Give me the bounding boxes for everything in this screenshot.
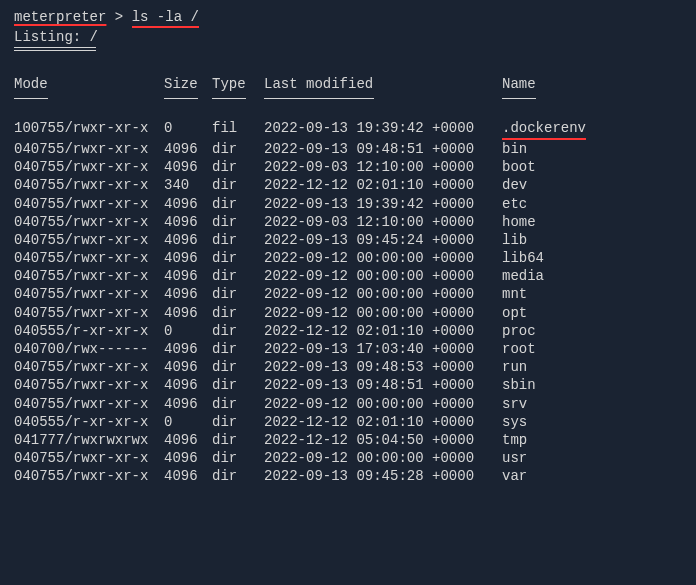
header-type: Type (212, 75, 264, 93)
cell-name: srv (502, 395, 527, 413)
cell-mode: 100755/rwxr-xr-x (14, 119, 164, 137)
cell-name: sbin (502, 376, 536, 394)
table-row: 040755/rwxr-xr-x4096dir2022-09-13 19:39:… (14, 195, 682, 213)
cell-modified: 2022-12-12 02:01:10 +0000 (264, 322, 502, 340)
cell-size: 4096 (164, 158, 212, 176)
cell-modified: 2022-09-13 19:39:42 +0000 (264, 119, 502, 137)
table-row: 040555/r-xr-xr-x0dir2022-12-12 02:01:10 … (14, 413, 682, 431)
table-row: 040755/rwxr-xr-x4096dir2022-09-03 12:10:… (14, 213, 682, 231)
table-row: 040755/rwxr-xr-x4096dir2022-09-13 09:48:… (14, 140, 682, 158)
cell-modified: 2022-09-12 00:00:00 +0000 (264, 267, 502, 285)
cell-modified: 2022-09-13 09:45:24 +0000 (264, 231, 502, 249)
cell-type: dir (212, 195, 264, 213)
cell-name: mnt (502, 285, 527, 303)
header-underlines (14, 95, 682, 113)
cell-name: media (502, 267, 544, 285)
cell-modified: 2022-09-13 09:48:51 +0000 (264, 376, 502, 394)
cell-type: dir (212, 413, 264, 431)
cell-modified: 2022-09-12 00:00:00 +0000 (264, 285, 502, 303)
table-row: 040700/rwx------4096dir2022-09-13 17:03:… (14, 340, 682, 358)
cell-name: root (502, 340, 536, 358)
cell-type: dir (212, 158, 264, 176)
cell-type: dir (212, 322, 264, 340)
listing-underline (14, 47, 96, 51)
table-row: 040755/rwxr-xr-x4096dir2022-09-12 00:00:… (14, 249, 682, 267)
cell-mode: 040755/rwxr-xr-x (14, 249, 164, 267)
table-row: 040755/rwxr-xr-x4096dir2022-09-12 00:00:… (14, 449, 682, 467)
prompt-line: meterpreter > ls -la / (14, 8, 682, 26)
cell-modified: 2022-09-03 12:10:00 +0000 (264, 158, 502, 176)
cell-mode: 040755/rwxr-xr-x (14, 449, 164, 467)
table-row: 040755/rwxr-xr-x4096dir2022-09-12 00:00:… (14, 395, 682, 413)
cell-modified: 2022-09-13 09:48:53 +0000 (264, 358, 502, 376)
header-mode: Mode (14, 75, 164, 93)
cell-name: var (502, 467, 527, 485)
cell-type: dir (212, 431, 264, 449)
cell-mode: 040755/rwxr-xr-x (14, 467, 164, 485)
cell-type: dir (212, 395, 264, 413)
cell-type: dir (212, 449, 264, 467)
table-row: 100755/rwxr-xr-x0fil2022-09-13 19:39:42 … (14, 119, 682, 140)
table-row: 040755/rwxr-xr-x4096dir2022-09-12 00:00:… (14, 285, 682, 303)
cell-modified: 2022-09-03 12:10:00 +0000 (264, 213, 502, 231)
cell-name: etc (502, 195, 527, 213)
cell-size: 4096 (164, 249, 212, 267)
cell-type: dir (212, 140, 264, 158)
cell-mode: 040755/rwxr-xr-x (14, 231, 164, 249)
cell-modified: 2022-09-12 00:00:00 +0000 (264, 449, 502, 467)
cell-name: lib64 (502, 249, 544, 267)
table-row: 040755/rwxr-xr-x4096dir2022-09-03 12:10:… (14, 158, 682, 176)
file-listing: 100755/rwxr-xr-x0fil2022-09-13 19:39:42 … (14, 119, 682, 486)
header-modified: Last modified (264, 75, 502, 93)
cell-mode: 040755/rwxr-xr-x (14, 176, 164, 194)
cell-name: dev (502, 176, 527, 194)
cell-mode: 041777/rwxrwxrwx (14, 431, 164, 449)
cell-type: dir (212, 304, 264, 322)
cell-modified: 2022-09-12 00:00:00 +0000 (264, 249, 502, 267)
cell-size: 4096 (164, 213, 212, 231)
column-headers: ModeSizeTypeLast modifiedName (14, 75, 682, 93)
cell-type: dir (212, 267, 264, 285)
cell-size: 4096 (164, 140, 212, 158)
prompt-separator: > (106, 9, 131, 25)
cell-name: home (502, 213, 536, 231)
cell-mode: 040755/rwxr-xr-x (14, 304, 164, 322)
cell-mode: 040755/rwxr-xr-x (14, 376, 164, 394)
cell-modified: 2022-09-13 09:45:28 +0000 (264, 467, 502, 485)
table-row: 040755/rwxr-xr-x4096dir2022-09-13 09:48:… (14, 376, 682, 394)
cell-name: lib (502, 231, 527, 249)
cell-mode: 040700/rwx------ (14, 340, 164, 358)
cell-type: dir (212, 467, 264, 485)
cell-mode: 040555/r-xr-xr-x (14, 322, 164, 340)
cell-size: 0 (164, 322, 212, 340)
table-row: 040755/rwxr-xr-x4096dir2022-09-12 00:00:… (14, 267, 682, 285)
cell-type: fil (212, 119, 264, 137)
cell-size: 4096 (164, 304, 212, 322)
cell-size: 0 (164, 413, 212, 431)
cell-type: dir (212, 285, 264, 303)
cell-modified: 2022-09-13 17:03:40 +0000 (264, 340, 502, 358)
cell-name: bin (502, 140, 527, 158)
cell-mode: 040755/rwxr-xr-x (14, 267, 164, 285)
cell-name: tmp (502, 431, 527, 449)
table-row: 040755/rwxr-xr-x4096dir2022-09-13 09:45:… (14, 231, 682, 249)
cell-size: 4096 (164, 231, 212, 249)
cell-size: 4096 (164, 267, 212, 285)
header-size: Size (164, 75, 212, 93)
cell-size: 4096 (164, 285, 212, 303)
cell-size: 4096 (164, 376, 212, 394)
cell-modified: 2022-09-13 09:48:51 +0000 (264, 140, 502, 158)
prompt-label: meterpreter (14, 9, 106, 25)
cell-type: dir (212, 358, 264, 376)
cell-name: proc (502, 322, 536, 340)
cell-type: dir (212, 340, 264, 358)
cell-size: 4096 (164, 358, 212, 376)
cell-type: dir (212, 231, 264, 249)
cell-mode: 040755/rwxr-xr-x (14, 158, 164, 176)
cell-size: 4096 (164, 431, 212, 449)
cell-size: 4096 (164, 467, 212, 485)
listing-title: Listing: / (14, 28, 682, 46)
cell-type: dir (212, 249, 264, 267)
cell-modified: 2022-09-12 00:00:00 +0000 (264, 304, 502, 322)
cell-size: 4096 (164, 395, 212, 413)
